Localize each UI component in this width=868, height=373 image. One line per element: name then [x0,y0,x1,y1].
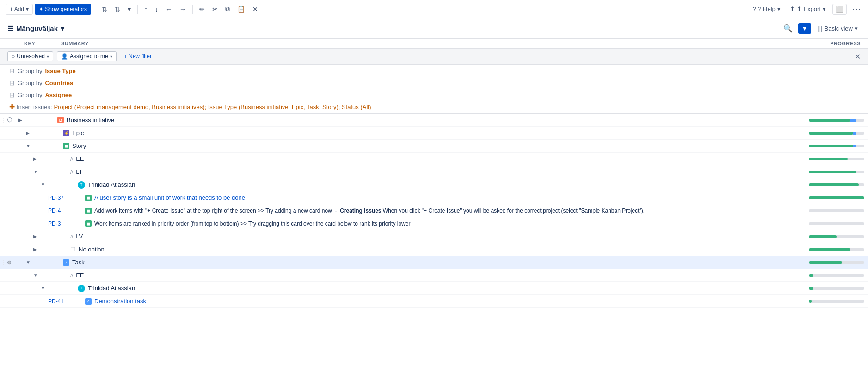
row-label: Trinidad Atlassian [88,181,135,188]
table-row[interactable]: ⋮⋮ ▼ ✓ Task [0,256,868,269]
expand-button[interactable]: ▼ [11,273,33,278]
table-row[interactable]: PD-3 ◼ Work items are ranked in priority… [0,217,868,230]
export-button[interactable]: ⬆ ⬆ Export ▾ [787,4,829,14]
add-button[interactable]: + Add ▾ [6,4,33,15]
group-by-countries[interactable]: ⊞ Group by Countries [0,77,868,89]
table-row[interactable]: PD-4 ◼ Add work items with "+ Create Iss… [0,204,868,217]
scissors-icon[interactable]: ✂ [209,4,221,15]
row-label: EE [76,272,84,279]
table-row[interactable]: ▼ // EE [0,269,868,282]
expand-button[interactable]: ▶ [11,130,26,135]
expand-button[interactable]: ▼ [11,260,26,265]
row-progress [794,209,868,212]
col-header-progress: Progress [787,41,861,46]
close-filters-icon[interactable]: ✕ [855,52,861,61]
columns-icon: ||| [818,25,822,32]
move-up-icon[interactable]: ↑ [142,4,150,15]
table-row[interactable]: ⋮⋮ ▶ B Business initiative [0,114,868,127]
unresolved-label: Unresolved [17,53,45,60]
expand-button[interactable]: ▶ [11,234,33,239]
table-row[interactable]: ▼ T Trinidad Atlassian [0,282,868,295]
group-value-1: Issue Type [45,67,75,74]
help-icon: ? [753,6,756,12]
story-icon: ◼ [85,220,92,227]
hamburger-icon: ☰ [7,24,13,33]
expand-button[interactable]: ▼ [11,182,41,187]
sort-up-icon[interactable]: ⇅ [99,4,110,15]
project-title[interactable]: ☰ Mänguväljak ▾ [7,24,64,33]
row-content: ⚡ Epic [63,129,794,136]
table-row[interactable]: ▼ // LT [0,165,868,178]
row-key: PD-41 [48,298,85,305]
row-progress [794,171,868,173]
more-options-icon[interactable]: ⋯ [850,4,862,14]
delete-icon[interactable]: ✕ [250,4,261,15]
view-chevron-icon: ▾ [855,25,858,32]
row-content: B Business initiative [57,116,794,123]
table-row[interactable]: ▶ // LV [0,230,868,243]
move-left-icon[interactable]: ← [163,4,175,15]
row-key: PD-3 [48,220,85,227]
row-label[interactable]: Demonstration task [94,298,146,305]
main-toolbar: + Add ▾ ✦ Show generators ⇅ ⇅ ▾ ↑ ↓ ← → … [0,0,868,18]
row-label[interactable]: A user story is a small unit of work tha… [94,194,247,201]
group-by-assignee[interactable]: ⊞ Group by Assignee [0,89,868,101]
column-headers: Key Summary Progress [0,39,868,49]
export-label: ⬆ Export [797,6,821,12]
search-icon[interactable]: 🔍 [782,22,794,35]
row-key: PD-4 [48,208,85,214]
assigned-to-me-filter[interactable]: 👤 Assigned to me ▾ [57,51,117,61]
table-row[interactable]: ▶ ⚡ Epic [0,127,868,140]
row-label: Trinidad Atlassian [88,285,135,292]
assigned-chevron: ▾ [110,54,112,59]
row-content: ◼ Add work items with "+ Create Issue" a… [85,208,794,214]
row-progress [794,274,868,277]
move-right-icon[interactable]: → [177,4,189,15]
filter-button[interactable]: ▼ [798,23,812,34]
row-label: No option [79,246,105,253]
row-progress [794,261,868,264]
group-value-3: Assignee [45,92,72,98]
row-progress [794,119,868,122]
unresolved-filter[interactable]: ○ Unresolved ▾ [7,51,53,61]
row-progress [794,287,868,290]
assigned-label: Assigned to me [70,53,108,60]
sort-down-icon[interactable]: ⇅ [112,4,123,15]
filter-person-icon: ○ [12,53,15,60]
new-filter-button[interactable]: + New filter [120,52,155,61]
assigned-person-icon: 👤 [61,53,68,60]
maximize-button[interactable]: ⬜ [832,4,847,15]
table-row[interactable]: ▶ ☐ No option [0,243,868,256]
expand-button[interactable]: ▼ [11,143,26,148]
table-row[interactable]: PD-37 ◼ A user story is a small unit of … [0,191,868,204]
expand-button[interactable]: ▼ [11,286,41,291]
add-label: + Add [10,6,24,12]
help-button[interactable]: ? ? Help ▾ [750,4,783,14]
show-generators-button[interactable]: ✦ Show generators [35,4,91,15]
group-options: ⊞ Group by Issue Type ⊞ Group by Countri… [0,65,868,114]
expand-button[interactable]: ▶ [11,156,33,161]
copy-icon[interactable]: ⧉ [222,3,233,15]
table-row[interactable]: ▶ // EE [0,153,868,165]
expand-button[interactable]: ▶ [11,117,20,122]
slash-icon: // [70,234,73,239]
expand-button[interactable]: ▶ [11,247,33,252]
table-row[interactable]: ▼ ◼ Story [0,140,868,153]
expand-button[interactable]: ▼ [11,169,33,174]
group-by-issue-type[interactable]: ⊞ Group by Issue Type [0,65,868,77]
row-content: // EE [70,272,794,279]
basic-view-button[interactable]: ||| Basic view ▾ [815,23,861,34]
toolbar-right: ? ? Help ▾ ⬆ ⬆ Export ▾ ⬜ ⋯ [750,4,862,15]
avatar-icon: T [78,285,85,292]
table-row[interactable]: PD-41 ✓ Demonstration task [0,295,868,308]
insert-issues-row[interactable]: ✚ Insert issues: Project (Project manage… [0,101,868,113]
task-icon: ✓ [63,259,69,266]
row-progress [794,132,868,135]
sort-options-icon[interactable]: ▾ [125,4,134,15]
table-row[interactable]: ▼ T Trinidad Atlassian [0,178,868,191]
insert-plus-icon: ✚ [9,103,15,110]
paste-icon[interactable]: 📋 [234,4,248,15]
move-down-icon[interactable]: ↓ [152,4,161,15]
edit-icon[interactable]: ✏ [197,4,208,15]
help-label: ? Help [758,6,776,12]
